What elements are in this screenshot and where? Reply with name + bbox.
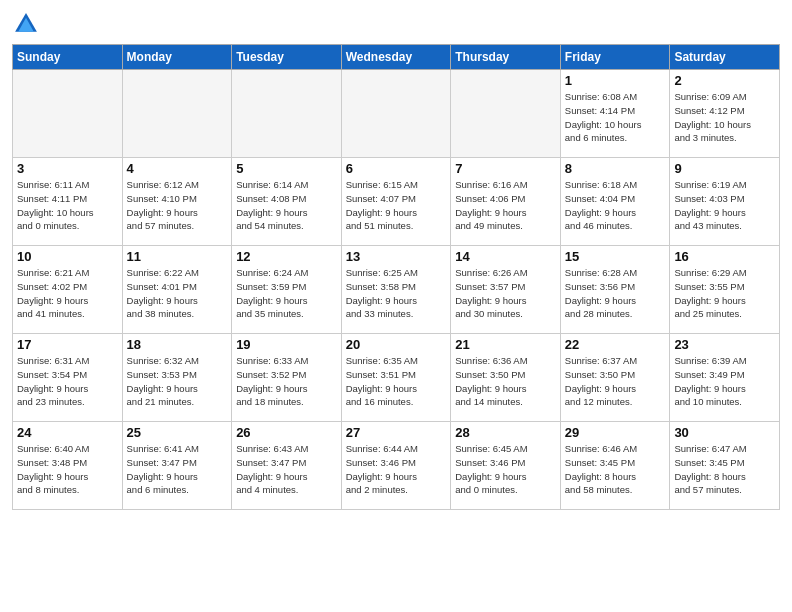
header <box>12 10 780 38</box>
calendar-cell: 8Sunrise: 6:18 AM Sunset: 4:04 PM Daylig… <box>560 158 670 246</box>
calendar-cell: 5Sunrise: 6:14 AM Sunset: 4:08 PM Daylig… <box>232 158 342 246</box>
week-row-4: 24Sunrise: 6:40 AM Sunset: 3:48 PM Dayli… <box>13 422 780 510</box>
calendar-cell: 25Sunrise: 6:41 AM Sunset: 3:47 PM Dayli… <box>122 422 232 510</box>
week-row-0: 1Sunrise: 6:08 AM Sunset: 4:14 PM Daylig… <box>13 70 780 158</box>
calendar-cell: 19Sunrise: 6:33 AM Sunset: 3:52 PM Dayli… <box>232 334 342 422</box>
day-number: 4 <box>127 161 228 176</box>
day-number: 13 <box>346 249 447 264</box>
logo-icon <box>12 10 40 38</box>
calendar-cell: 9Sunrise: 6:19 AM Sunset: 4:03 PM Daylig… <box>670 158 780 246</box>
calendar-cell: 17Sunrise: 6:31 AM Sunset: 3:54 PM Dayli… <box>13 334 123 422</box>
day-info: Sunrise: 6:36 AM Sunset: 3:50 PM Dayligh… <box>455 354 556 409</box>
day-number: 18 <box>127 337 228 352</box>
calendar-cell: 12Sunrise: 6:24 AM Sunset: 3:59 PM Dayli… <box>232 246 342 334</box>
calendar-cell: 27Sunrise: 6:44 AM Sunset: 3:46 PM Dayli… <box>341 422 451 510</box>
day-info: Sunrise: 6:40 AM Sunset: 3:48 PM Dayligh… <box>17 442 118 497</box>
calendar-cell <box>13 70 123 158</box>
week-row-3: 17Sunrise: 6:31 AM Sunset: 3:54 PM Dayli… <box>13 334 780 422</box>
day-number: 2 <box>674 73 775 88</box>
weekday-header-friday: Friday <box>560 45 670 70</box>
calendar-cell: 21Sunrise: 6:36 AM Sunset: 3:50 PM Dayli… <box>451 334 561 422</box>
weekday-header-tuesday: Tuesday <box>232 45 342 70</box>
day-number: 11 <box>127 249 228 264</box>
day-number: 29 <box>565 425 666 440</box>
day-number: 6 <box>346 161 447 176</box>
day-number: 19 <box>236 337 337 352</box>
day-info: Sunrise: 6:45 AM Sunset: 3:46 PM Dayligh… <box>455 442 556 497</box>
day-number: 22 <box>565 337 666 352</box>
calendar-table: SundayMondayTuesdayWednesdayThursdayFrid… <box>12 44 780 510</box>
calendar-cell: 16Sunrise: 6:29 AM Sunset: 3:55 PM Dayli… <box>670 246 780 334</box>
day-info: Sunrise: 6:25 AM Sunset: 3:58 PM Dayligh… <box>346 266 447 321</box>
calendar-cell: 6Sunrise: 6:15 AM Sunset: 4:07 PM Daylig… <box>341 158 451 246</box>
day-info: Sunrise: 6:37 AM Sunset: 3:50 PM Dayligh… <box>565 354 666 409</box>
day-info: Sunrise: 6:15 AM Sunset: 4:07 PM Dayligh… <box>346 178 447 233</box>
day-number: 5 <box>236 161 337 176</box>
day-number: 16 <box>674 249 775 264</box>
day-number: 1 <box>565 73 666 88</box>
day-info: Sunrise: 6:16 AM Sunset: 4:06 PM Dayligh… <box>455 178 556 233</box>
calendar-cell: 20Sunrise: 6:35 AM Sunset: 3:51 PM Dayli… <box>341 334 451 422</box>
calendar-cell: 22Sunrise: 6:37 AM Sunset: 3:50 PM Dayli… <box>560 334 670 422</box>
day-info: Sunrise: 6:39 AM Sunset: 3:49 PM Dayligh… <box>674 354 775 409</box>
day-info: Sunrise: 6:22 AM Sunset: 4:01 PM Dayligh… <box>127 266 228 321</box>
calendar-cell: 28Sunrise: 6:45 AM Sunset: 3:46 PM Dayli… <box>451 422 561 510</box>
day-number: 27 <box>346 425 447 440</box>
calendar-cell: 15Sunrise: 6:28 AM Sunset: 3:56 PM Dayli… <box>560 246 670 334</box>
day-number: 30 <box>674 425 775 440</box>
week-row-2: 10Sunrise: 6:21 AM Sunset: 4:02 PM Dayli… <box>13 246 780 334</box>
day-info: Sunrise: 6:28 AM Sunset: 3:56 PM Dayligh… <box>565 266 666 321</box>
calendar-cell: 10Sunrise: 6:21 AM Sunset: 4:02 PM Dayli… <box>13 246 123 334</box>
calendar-cell <box>232 70 342 158</box>
calendar-cell: 4Sunrise: 6:12 AM Sunset: 4:10 PM Daylig… <box>122 158 232 246</box>
calendar-cell <box>451 70 561 158</box>
calendar-cell: 7Sunrise: 6:16 AM Sunset: 4:06 PM Daylig… <box>451 158 561 246</box>
day-number: 21 <box>455 337 556 352</box>
calendar-cell: 23Sunrise: 6:39 AM Sunset: 3:49 PM Dayli… <box>670 334 780 422</box>
weekday-header-saturday: Saturday <box>670 45 780 70</box>
weekday-header-monday: Monday <box>122 45 232 70</box>
day-info: Sunrise: 6:12 AM Sunset: 4:10 PM Dayligh… <box>127 178 228 233</box>
day-info: Sunrise: 6:26 AM Sunset: 3:57 PM Dayligh… <box>455 266 556 321</box>
logo <box>12 10 44 38</box>
calendar-cell: 29Sunrise: 6:46 AM Sunset: 3:45 PM Dayli… <box>560 422 670 510</box>
calendar-cell: 13Sunrise: 6:25 AM Sunset: 3:58 PM Dayli… <box>341 246 451 334</box>
day-info: Sunrise: 6:41 AM Sunset: 3:47 PM Dayligh… <box>127 442 228 497</box>
day-info: Sunrise: 6:19 AM Sunset: 4:03 PM Dayligh… <box>674 178 775 233</box>
day-info: Sunrise: 6:46 AM Sunset: 3:45 PM Dayligh… <box>565 442 666 497</box>
day-number: 24 <box>17 425 118 440</box>
day-number: 23 <box>674 337 775 352</box>
day-number: 26 <box>236 425 337 440</box>
day-number: 10 <box>17 249 118 264</box>
calendar-cell: 30Sunrise: 6:47 AM Sunset: 3:45 PM Dayli… <box>670 422 780 510</box>
calendar-cell: 14Sunrise: 6:26 AM Sunset: 3:57 PM Dayli… <box>451 246 561 334</box>
day-number: 7 <box>455 161 556 176</box>
calendar-cell: 26Sunrise: 6:43 AM Sunset: 3:47 PM Dayli… <box>232 422 342 510</box>
day-info: Sunrise: 6:35 AM Sunset: 3:51 PM Dayligh… <box>346 354 447 409</box>
day-info: Sunrise: 6:21 AM Sunset: 4:02 PM Dayligh… <box>17 266 118 321</box>
weekday-header-thursday: Thursday <box>451 45 561 70</box>
day-info: Sunrise: 6:47 AM Sunset: 3:45 PM Dayligh… <box>674 442 775 497</box>
calendar-cell: 11Sunrise: 6:22 AM Sunset: 4:01 PM Dayli… <box>122 246 232 334</box>
day-info: Sunrise: 6:18 AM Sunset: 4:04 PM Dayligh… <box>565 178 666 233</box>
page: SundayMondayTuesdayWednesdayThursdayFrid… <box>0 0 792 612</box>
day-info: Sunrise: 6:11 AM Sunset: 4:11 PM Dayligh… <box>17 178 118 233</box>
weekday-header-wednesday: Wednesday <box>341 45 451 70</box>
day-info: Sunrise: 6:14 AM Sunset: 4:08 PM Dayligh… <box>236 178 337 233</box>
day-number: 15 <box>565 249 666 264</box>
day-number: 3 <box>17 161 118 176</box>
weekday-header-sunday: Sunday <box>13 45 123 70</box>
day-number: 28 <box>455 425 556 440</box>
calendar-cell: 2Sunrise: 6:09 AM Sunset: 4:12 PM Daylig… <box>670 70 780 158</box>
calendar-cell: 3Sunrise: 6:11 AM Sunset: 4:11 PM Daylig… <box>13 158 123 246</box>
day-number: 25 <box>127 425 228 440</box>
day-info: Sunrise: 6:43 AM Sunset: 3:47 PM Dayligh… <box>236 442 337 497</box>
day-number: 9 <box>674 161 775 176</box>
day-info: Sunrise: 6:09 AM Sunset: 4:12 PM Dayligh… <box>674 90 775 145</box>
day-info: Sunrise: 6:31 AM Sunset: 3:54 PM Dayligh… <box>17 354 118 409</box>
calendar-cell <box>341 70 451 158</box>
day-number: 17 <box>17 337 118 352</box>
calendar-cell: 24Sunrise: 6:40 AM Sunset: 3:48 PM Dayli… <box>13 422 123 510</box>
day-info: Sunrise: 6:33 AM Sunset: 3:52 PM Dayligh… <box>236 354 337 409</box>
day-number: 12 <box>236 249 337 264</box>
